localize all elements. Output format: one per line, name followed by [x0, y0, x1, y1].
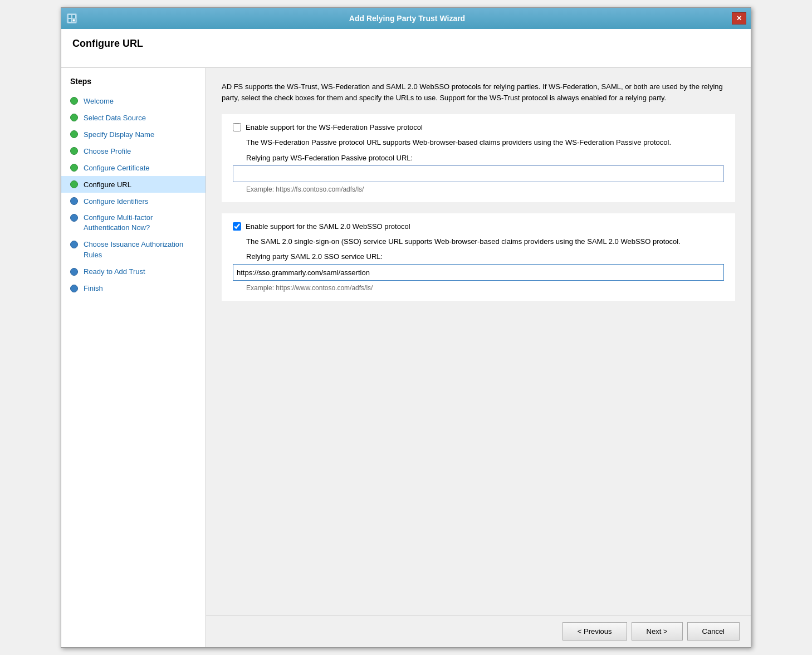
step-label-choose-profile: Choose Profile — [84, 147, 131, 155]
ws-federation-field-label: Relying party WS-Federation Passive prot… — [246, 154, 724, 162]
main-description: AD FS supports the WS-Trust, WS-Federati… — [222, 81, 735, 103]
sidebar-item-configure-multifactor[interactable]: Configure Multi-factor Authentication No… — [61, 209, 206, 236]
step-dot-configure-multifactor — [70, 214, 78, 222]
step-label-configure-multifactor: Configure Multi-factor Authentication No… — [84, 213, 197, 233]
sidebar-title: Steps — [61, 77, 206, 92]
step-dot-ready-to-add — [70, 268, 78, 276]
step-dot-finish — [70, 285, 78, 292]
step-label-select-data-source: Select Data Source — [84, 114, 146, 122]
sidebar-item-configure-certificate[interactable]: Configure Certificate — [61, 159, 206, 176]
sidebar-item-welcome[interactable]: Welcome — [61, 92, 206, 109]
svg-rect-1 — [69, 15, 71, 18]
previous-button[interactable]: < Previous — [562, 622, 627, 641]
app-icon — [66, 12, 78, 25]
step-label-configure-certificate: Configure Certificate — [84, 164, 150, 172]
sidebar-item-ready-to-add[interactable]: Ready to Add Trust — [61, 263, 206, 280]
ws-federation-section: Enable support for the WS-Federation Pas… — [222, 114, 735, 202]
step-label-ready-to-add: Ready to Add Trust — [84, 267, 145, 276]
wizard-window: Add Relying Party Trust Wizard ✕ Configu… — [61, 7, 751, 648]
cancel-button[interactable]: Cancel — [687, 622, 740, 641]
sidebar-item-choose-issuance[interactable]: Choose Issuance Authorization Rules — [61, 236, 206, 263]
step-label-choose-issuance: Choose Issuance Authorization Rules — [84, 239, 197, 260]
saml-example: Example: https://www.contoso.com/adfs/ls… — [246, 284, 724, 292]
sidebar-item-configure-url[interactable]: Configure URL — [61, 176, 206, 193]
ws-federation-checkbox-row: Enable support for the WS-Federation Pas… — [233, 123, 724, 131]
step-dot-choose-profile — [70, 147, 78, 155]
saml-section: Enable support for the SAML 2.0 WebSSO p… — [222, 213, 735, 301]
ws-federation-checkbox[interactable] — [233, 123, 241, 131]
next-button[interactable]: Next > — [632, 622, 683, 641]
step-label-finish: Finish — [84, 284, 103, 292]
saml-field-label: Relying party SAML 2.0 SSO service URL: — [246, 252, 724, 261]
saml-description: The SAML 2.0 single-sign-on (SSO) servic… — [246, 236, 724, 247]
saml-checkbox-row: Enable support for the SAML 2.0 WebSSO p… — [233, 222, 724, 231]
step-dot-configure-identifiers — [70, 197, 78, 205]
saml-url-input[interactable] — [233, 264, 724, 281]
step-label-configure-identifiers: Configure Identifiers — [84, 197, 148, 206]
window-title: Add Relying Party Trust Wizard — [82, 14, 732, 23]
sidebar-item-finish[interactable]: Finish — [61, 280, 206, 297]
footer-bar: < Previous Next > Cancel — [206, 615, 751, 647]
close-button[interactable]: ✕ — [732, 12, 746, 25]
step-dot-configure-certificate — [70, 164, 78, 172]
saml-checkbox-label[interactable]: Enable support for the SAML 2.0 WebSSO p… — [246, 222, 410, 231]
step-dot-configure-url — [70, 180, 78, 188]
step-label-configure-url: Configure URL — [84, 180, 131, 189]
ws-federation-url-input[interactable] — [233, 165, 724, 182]
content-area: Steps Welcome Select Data Source Specify… — [61, 68, 751, 647]
step-dot-welcome — [70, 97, 78, 105]
page-header: Configure URL — [61, 29, 751, 68]
sidebar-item-select-data-source[interactable]: Select Data Source — [61, 109, 206, 126]
step-label-specify-display-name: Specify Display Name — [84, 130, 154, 139]
sidebar-item-configure-identifiers[interactable]: Configure Identifiers — [61, 193, 206, 209]
sidebar-item-choose-profile[interactable]: Choose Profile — [61, 143, 206, 159]
step-label-welcome: Welcome — [84, 97, 114, 105]
main-content: AD FS supports the WS-Trust, WS-Federati… — [206, 68, 751, 615]
svg-rect-4 — [72, 19, 75, 22]
step-dot-select-data-source — [70, 114, 78, 121]
step-dot-specify-display-name — [70, 130, 78, 138]
ws-federation-checkbox-label[interactable]: Enable support for the WS-Federation Pas… — [246, 123, 423, 131]
ws-federation-description: The WS-Federation Passive protocol URL s… — [246, 137, 724, 148]
svg-rect-2 — [72, 15, 75, 18]
saml-checkbox[interactable] — [233, 222, 241, 231]
sidebar-item-specify-display-name[interactable]: Specify Display Name — [61, 126, 206, 143]
step-dot-choose-issuance — [70, 241, 78, 248]
sidebar: Steps Welcome Select Data Source Specify… — [61, 68, 206, 647]
title-bar: Add Relying Party Trust Wizard ✕ — [61, 8, 751, 29]
svg-rect-3 — [69, 19, 71, 22]
page-title: Configure URL — [72, 38, 740, 50]
ws-federation-example: Example: https://fs.contoso.com/adfs/ls/ — [246, 185, 724, 193]
